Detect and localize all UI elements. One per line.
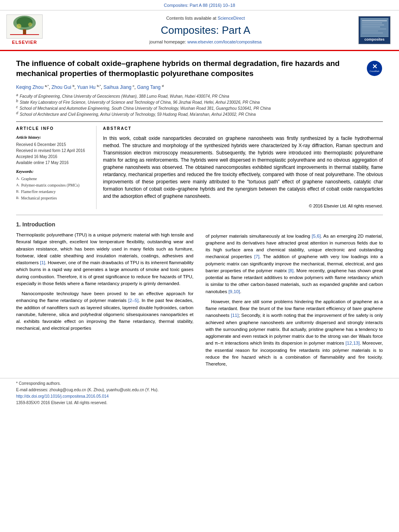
received-date: Received 6 December 2015 — [16, 142, 90, 148]
homepage-prefix: journal homepage: — [150, 39, 187, 44]
composites-logo-image — [360, 18, 389, 37]
intro-para-4: However, there are still some problems h… — [206, 298, 383, 368]
elsevier-logo: ELSEVIER — [6, 14, 43, 45]
svg-rect-13 — [362, 31, 378, 31]
svg-rect-14 — [362, 33, 383, 33]
intro-col-left: 1. Introduction Thermoplastic polyuretha… — [16, 221, 193, 371]
crossmark-circle: ✕ CrossMark — [367, 61, 382, 76]
ref-1[interactable]: [1] — [40, 260, 45, 265]
article-content: The influence of cobalt oxide–graphene h… — [0, 51, 399, 378]
journal-header-center: Contents lists available at ScienceDirec… — [59, 14, 352, 45]
footer-doi[interactable]: http://dx.doi.org/10.1016/j.compositesa.… — [16, 394, 109, 398]
article-title-section: The influence of cobalt oxide–graphene h… — [16, 58, 383, 79]
accepted-date: Accepted 16 May 2016 — [16, 154, 90, 160]
affil-b-text: State Key Laboratory of Fire Science, Un… — [20, 99, 260, 105]
crossmark-badge[interactable]: ✕ CrossMark — [366, 60, 383, 77]
article-info-abstract-section: ARTICLE INFO Article history: Received 6… — [16, 121, 383, 209]
affil-d-letter: d — [16, 111, 18, 117]
author-keqing-sup: a,* — [45, 84, 49, 88]
abstract-column: ABSTRACT In this work, cobalt oxide nano… — [97, 126, 383, 209]
author-zhougui-sup: b — [73, 84, 74, 88]
author-saihuajiang[interactable]: Saihua Jiang — [103, 84, 131, 90]
intro-section-title: Introduction — [23, 221, 56, 228]
footer-issn: 1359-835X/© 2016 Elsevier Ltd. All right… — [16, 400, 383, 406]
ref-8[interactable]: [8] — [288, 268, 294, 273]
ref-11[interactable]: [11] — [231, 313, 239, 318]
affil-a-text: Faculty of Engineering, China University… — [20, 93, 229, 99]
keyword-letter-2: A. — [16, 182, 20, 189]
crossmark-label: CrossMark — [370, 70, 379, 73]
ref-5-6[interactable]: [5,6] — [312, 234, 321, 238]
author-yuanhu-sup: b,* — [97, 84, 101, 88]
article-footer: * Corresponding authors. E-mail addresse… — [0, 378, 399, 408]
revised-date: Received in revised form 12 April 2016 — [16, 148, 90, 154]
affil-c-letter: c — [16, 105, 18, 111]
intro-section-number: 1. — [16, 221, 21, 228]
keyword-letter-3: B. — [16, 189, 19, 195]
keyword-pmc: A. Polymer-matrix composites (PMCs) — [16, 182, 90, 189]
affil-a-letter: a — [16, 93, 18, 99]
ref-7[interactable]: [7] — [254, 254, 259, 259]
journal-citation-bar: Composites: Part A 88 (2016) 10–18 — [0, 0, 399, 10]
svg-rect-2 — [23, 29, 26, 35]
intro-col-right: of polymer materials simultaneously at l… — [206, 221, 383, 371]
intro-para-3: of polymer materials simultaneously at l… — [206, 233, 383, 295]
elsevier-logo-image — [6, 14, 43, 39]
journal-citation-text: Composites: Part A 88 (2016) 10–18 — [164, 3, 235, 8]
article-info-column: ARTICLE INFO Article history: Received 6… — [16, 126, 97, 209]
composites-logo-area: composites — [356, 14, 393, 45]
sciencedirect-line: Contents lists available at ScienceDirec… — [166, 15, 245, 21]
journal-header: ELSEVIER Contents lists available at Sci… — [0, 10, 399, 51]
intro-heading: 1. Introduction — [16, 221, 193, 229]
ref-2-5[interactable]: [2–5] — [128, 298, 139, 303]
elsevier-text: ELSEVIER — [12, 39, 37, 45]
intro-para-2: Nanocomposite technology have been prove… — [16, 290, 193, 332]
ref-12-13[interactable]: [12,13] — [346, 341, 360, 345]
keyword-text-2: Polymer-matrix composites (PMCs) — [21, 182, 80, 189]
ref-9-10[interactable]: [9,10] — [228, 289, 240, 294]
affil-a: a Faculty of Engineering, China Universi… — [16, 93, 383, 99]
keyword-letter-4: B. — [16, 195, 19, 201]
svg-rect-6 — [10, 34, 39, 35]
keyword-text-1: Graphene — [21, 176, 37, 182]
affil-b: b State Key Laboratory of Fire Science, … — [16, 99, 383, 105]
composites-logo-box: composites — [358, 16, 391, 44]
keywords-label: Keywords: — [16, 169, 90, 175]
crossmark-x-symbol: ✕ — [372, 64, 377, 70]
author-saihuajiang-sup: c — [133, 84, 134, 88]
homepage-line: journal homepage: www.elsevier.com/locat… — [150, 39, 262, 45]
composites-journal-svg — [360, 18, 389, 37]
svg-point-4 — [16, 24, 21, 29]
author-yuanhu[interactable]: Yuan Hu — [77, 84, 95, 90]
keyword-flame: B. Flame/fire retardancy — [16, 189, 90, 195]
affil-c-text: School of Mechanical and Automotive Engi… — [20, 105, 271, 111]
available-date: Available online 17 May 2016 — [16, 160, 90, 166]
article-title: The influence of cobalt oxide–graphene h… — [16, 58, 362, 79]
page: Composites: Part A 88 (2016) 10–18 — [0, 0, 399, 532]
author-zhougui[interactable]: Zhou Gui — [51, 84, 71, 90]
author-keqing[interactable]: Keqing Zhou — [16, 84, 43, 90]
intro-right-text: of polymer materials simultaneously at l… — [206, 233, 383, 368]
svg-point-5 — [28, 23, 32, 27]
affil-b-letter: b — [16, 99, 18, 105]
keyword-letter-1: A. — [16, 176, 20, 182]
author-gangtang[interactable]: Gang Tang — [137, 84, 161, 90]
svg-rect-9 — [362, 23, 382, 23]
homepage-url[interactable]: www.elsevier.com/locate/compositesa — [187, 39, 262, 44]
copyright-line: © 2016 Elsevier Ltd. All rights reserved… — [103, 203, 383, 209]
composites-logo-text: composites — [364, 37, 385, 42]
corresponding-note: * Corresponding authors. — [16, 381, 383, 386]
affil-d: d School of Architecture and Civil Engin… — [16, 111, 383, 117]
intro-left-text: Thermoplastic polyurethane (TPU) is a un… — [16, 232, 193, 332]
article-info-label: ARTICLE INFO — [16, 126, 90, 131]
email-addresses: zhoukg@cug.edu.cn (K. Zhou), yuanhu@ustc… — [49, 388, 158, 392]
keyword-mechanical: B. Mechanical properties — [16, 195, 90, 201]
sciencedirect-link[interactable]: ScienceDirect — [218, 16, 245, 21]
author-gangtang-sup: d — [162, 84, 164, 88]
footer-doi-line: http://dx.doi.org/10.1016/j.compositesa.… — [16, 394, 383, 399]
journal-title: Composites: Part A — [161, 23, 251, 37]
keyword-text-4: Mechanical properties — [21, 195, 57, 201]
email-label: E-mail addresses: — [16, 388, 48, 392]
elsevier-logo-area: ELSEVIER — [6, 14, 55, 45]
elsevier-svg — [7, 15, 42, 38]
